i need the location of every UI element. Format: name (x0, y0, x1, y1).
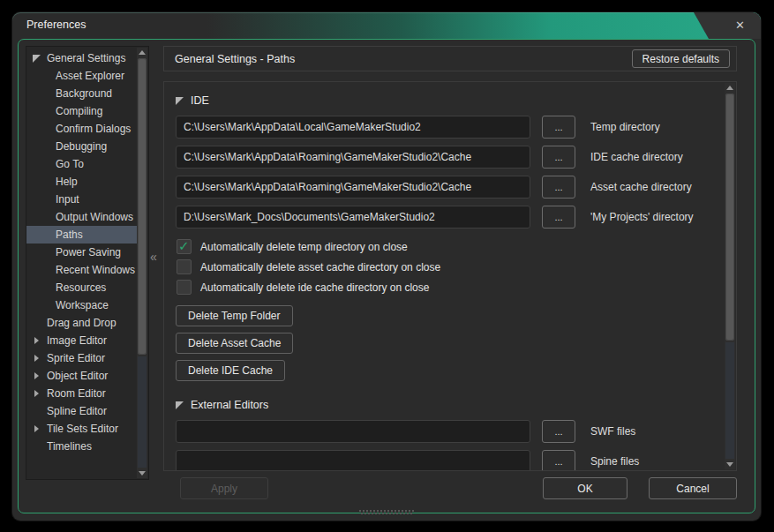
browse-button[interactable]: ... (542, 116, 575, 139)
sidebar-item-debugging[interactable]: Debugging (26, 138, 137, 155)
content-scrollbar-thumb[interactable] (725, 94, 734, 341)
delete-temp-folder-button[interactable]: Delete Temp Folder (176, 305, 293, 326)
sidebar-item-workspace[interactable]: Workspace (26, 296, 137, 314)
delete-ide-cache-button[interactable]: Delete IDE Cache (176, 360, 285, 381)
sidebar-item-timelines[interactable]: Timelines (26, 438, 137, 455)
content-scrollbar-track[interactable] (725, 342, 734, 459)
sidebar-item-sprite-editor[interactable]: Sprite Editor (26, 349, 137, 367)
sidebar-item-drag-and-drop[interactable]: Drag and Drop (26, 314, 137, 332)
sidebar-item-recent-windows[interactable]: Recent Windows (26, 261, 137, 279)
dialog-frame: General SettingsAsset ExplorerBackground… (18, 39, 755, 513)
checkbox-unchecked[interactable]: ✓ (177, 280, 192, 295)
dialog-footer: Apply OK Cancel (19, 477, 755, 500)
path-row: ...Asset cache directory (176, 176, 736, 199)
path-input-temp-directory[interactable] (176, 116, 530, 139)
path-input-my-projects-directory[interactable] (176, 206, 530, 229)
resize-grip[interactable] (359, 510, 414, 514)
sidebar-item-go-to[interactable]: Go To (26, 155, 137, 173)
sidebar-collapse-icon[interactable]: « (150, 250, 157, 264)
browse-button[interactable]: ... (542, 146, 575, 169)
sidebar-item-confirm-dialogs[interactable]: Confirm Dialogs (26, 120, 137, 138)
delete-asset-cache-button[interactable]: Delete Asset Cache (176, 333, 293, 354)
browse-button[interactable]: ... (542, 450, 575, 471)
checkbox-label: Automatically delete ide cache directory… (200, 281, 429, 294)
scroll-down-icon[interactable] (725, 460, 735, 469)
sidebar-item-spline-editor[interactable]: Spline Editor (26, 402, 137, 420)
sidebar-item-image-editor[interactable]: Image Editor (26, 332, 137, 349)
browse-button[interactable]: ... (542, 176, 575, 199)
check-icon: ✓ (178, 238, 190, 254)
sidebar-item-asset-explorer[interactable]: Asset Explorer (26, 67, 137, 85)
sidebar-scrollbar[interactable] (137, 48, 147, 478)
sidebar-item-label: Power Saving (56, 246, 121, 259)
sidebar-item-label: Go To (56, 158, 84, 170)
expander-spacer (33, 318, 41, 327)
restore-defaults-button[interactable]: Restore defaults (632, 49, 730, 68)
sidebar-item-label: Tile Sets Editor (47, 423, 118, 435)
titlebar[interactable]: Preferences ✕ (12, 12, 761, 39)
sidebar-item-room-editor[interactable]: Room Editor (26, 385, 137, 402)
cancel-button[interactable]: Cancel (649, 477, 737, 499)
sidebar-item-label: Workspace (56, 299, 109, 311)
sidebar-item-input[interactable]: Input (26, 191, 137, 208)
path-row: ...'My Projects' directory (176, 206, 736, 229)
expander-spacer (33, 442, 41, 451)
sidebar-item-label: General Settings (47, 52, 125, 64)
sidebar-item-object-editor[interactable]: Object Editor (26, 367, 137, 385)
expander-collapsed-icon[interactable] (33, 371, 41, 380)
expander-expanded-icon[interactable] (176, 401, 184, 409)
section-header-bar: General Settings - Paths Restore default… (163, 46, 737, 71)
sidebar-item-label: Confirm Dialogs (56, 123, 131, 135)
sidebar-item-label: Compiling (56, 105, 102, 117)
scroll-up-icon[interactable] (725, 83, 735, 93)
sidebar-item-label: Asset Explorer (56, 70, 124, 82)
ide-checkboxes: ✓Automatically delete temp directory on … (164, 239, 736, 295)
close-icon[interactable]: ✕ (735, 18, 745, 33)
path-row-label: Temp directory (590, 121, 660, 133)
path-row-label: 'My Projects' directory (590, 211, 694, 223)
window-title: Preferences (26, 19, 86, 31)
expander-collapsed-icon[interactable] (33, 354, 41, 363)
path-row: ...Spine files (176, 450, 736, 471)
path-input-swf-files[interactable] (176, 420, 530, 443)
checkbox-unchecked[interactable]: ✓ (177, 259, 192, 274)
expander-collapsed-icon[interactable] (33, 389, 41, 398)
path-input-ide-cache-directory[interactable] (176, 146, 530, 169)
sidebar-scrollbar-track[interactable] (138, 356, 147, 468)
checkbox-label: Automatically delete asset cache directo… (200, 261, 440, 273)
checkbox-row: ✓Automatically delete ide cache director… (177, 280, 736, 295)
apply-button[interactable]: Apply (180, 477, 268, 499)
browse-button[interactable]: ... (542, 420, 575, 443)
sidebar-item-power-saving[interactable]: Power Saving (26, 244, 137, 261)
ide-section-title: IDE (191, 94, 209, 107)
ide-path-rows: ...Temp directory...IDE cache directory.… (164, 116, 736, 229)
scroll-up-icon[interactable] (137, 48, 147, 57)
content-scrollbar[interactable] (725, 83, 735, 469)
path-input-asset-cache-directory[interactable] (176, 176, 530, 199)
sidebar-item-resources[interactable]: Resources (26, 279, 137, 296)
path-row-label: IDE cache directory (590, 151, 683, 163)
sidebar-item-label: Object Editor (47, 370, 108, 382)
ok-button[interactable]: OK (543, 477, 627, 499)
checkbox-checked[interactable]: ✓ (177, 239, 192, 254)
sidebar-item-tile-sets-editor[interactable]: Tile Sets Editor (26, 420, 137, 438)
sidebar-item-paths[interactable]: Paths (26, 226, 137, 244)
sidebar-item-background[interactable]: Background (26, 85, 137, 102)
sidebar-item-label: Help (56, 176, 78, 188)
sidebar-item-general-settings[interactable]: General Settings (26, 49, 137, 67)
close-tab (694, 12, 761, 39)
path-row-label: SWF files (590, 425, 635, 438)
sidebar-item-compiling[interactable]: Compiling (26, 102, 137, 120)
path-input-spine-files[interactable] (176, 450, 530, 471)
expander-expanded-icon[interactable] (176, 96, 184, 105)
browse-button[interactable]: ... (542, 206, 575, 229)
sidebar-item-help[interactable]: Help (26, 173, 137, 191)
sidebar-item-label: Paths (56, 229, 83, 241)
checkbox-row: ✓Automatically delete asset cache direct… (177, 259, 736, 274)
sidebar-item-output-windows[interactable]: Output Windows (26, 208, 137, 226)
expander-collapsed-icon[interactable] (33, 424, 41, 433)
sidebar-scrollbar-thumb[interactable] (138, 58, 147, 355)
settings-tree-panel: General SettingsAsset ExplorerBackground… (26, 46, 149, 480)
expander-collapsed-icon[interactable] (33, 336, 41, 345)
expander-expanded-icon[interactable] (33, 54, 41, 63)
